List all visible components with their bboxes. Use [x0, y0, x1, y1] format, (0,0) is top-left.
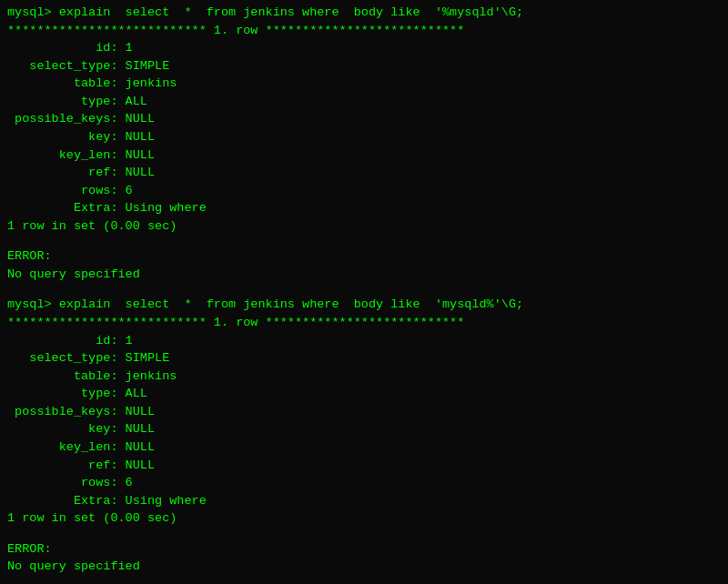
field-1-3: type: ALL	[7, 93, 721, 111]
field-2-7: ref: NULL	[7, 457, 721, 475]
field-1-2: table: jenkins	[7, 75, 721, 93]
field-1-0: id: 1	[7, 39, 721, 57]
field-2-8: rows: 6	[7, 474, 721, 492]
spacer-between-1	[7, 283, 721, 296]
field-1-5: key: NULL	[7, 128, 721, 146]
field-2-5: key: NULL	[7, 420, 721, 438]
field-2-3: type: ALL	[7, 385, 721, 403]
field-1-8: rows: 6	[7, 182, 721, 200]
row-separator-2: *************************** 1. row *****…	[7, 314, 721, 332]
footer-2: 1 row in set (0.00 sec)	[7, 509, 721, 528]
error-label-1: ERROR:	[7, 247, 721, 266]
field-1-6: key_len: NULL	[7, 146, 721, 165]
field-1-4: possible_keys: NULL	[7, 110, 721, 128]
error-label-2: ERROR:	[7, 540, 721, 559]
field-1-9: Extra: Using where	[7, 199, 721, 217]
field-2-1: select_type: SIMPLE	[7, 349, 721, 368]
field-2-2: table: jenkins	[7, 368, 721, 386]
field-1-7: ref: NULL	[7, 164, 721, 182]
field-2-4: possible_keys: NULL	[7, 403, 721, 421]
field-2-0: id: 1	[7, 332, 721, 350]
field-2-6: key_len: NULL	[7, 438, 721, 457]
field-1-1: select_type: SIMPLE	[7, 57, 721, 76]
spacer-1	[7, 235, 721, 247]
prompt-line-1: mysql> explain select * from jenkins whe…	[7, 4, 721, 22]
spacer-2	[7, 528, 721, 540]
terminal-container: mysql> explain select * from jenkins whe…	[7, 4, 721, 576]
error-msg-2: No query specified	[7, 558, 721, 576]
footer-1: 1 row in set (0.00 sec)	[7, 217, 721, 236]
prompt-line-2: mysql> explain select * from jenkins whe…	[7, 296, 721, 314]
error-msg-1: No query specified	[7, 266, 721, 284]
row-separator-1: *************************** 1. row *****…	[7, 22, 721, 40]
field-2-9: Extra: Using where	[7, 492, 721, 510]
